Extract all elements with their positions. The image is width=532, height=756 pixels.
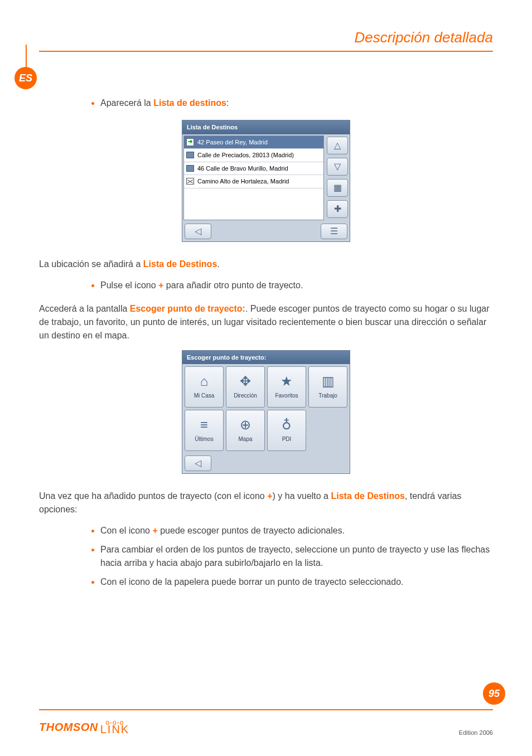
final-bullets: Con el icono + puede escoger puntos de t… (39, 524, 493, 589)
footer-rule (39, 709, 493, 710)
bold: + (152, 526, 157, 535)
target-icon: ✥ (240, 375, 251, 388)
bold: + (267, 491, 272, 501)
cell-label: Favoritos (275, 391, 298, 400)
text: Una vez que ha añadido puntos de trayect… (39, 491, 267, 501)
text: La ubicación se añadirá a (39, 259, 143, 269)
text: Con el icono (100, 526, 152, 535)
recent-icon: ≡ (200, 418, 208, 432)
text: para añadir otro punto de trayecto. (163, 280, 303, 290)
globe-icon: ⊕ (240, 418, 251, 432)
bullet-list: Pulse el icono + para añadir otro punto … (39, 279, 493, 292)
down-icon[interactable]: ▽ (327, 158, 348, 176)
bullet: Pulse el icono + para añadir otro punto … (100, 279, 493, 292)
list-item[interactable]: 46 Calle de Bravo Murillo, Madrid (184, 162, 323, 176)
paragraph: Accederá a la pantalla Escoger punto de … (39, 302, 493, 342)
page-number-badge: 95 (483, 682, 505, 705)
gps-footer: ◁ (182, 453, 350, 473)
list-label: 46 Calle de Bravo Murillo, Madrid (197, 164, 288, 173)
cell-label: PDI (282, 435, 292, 443)
destination-list: ➔ 42 Paseo del Rey, Madrid Calle de Prec… (183, 135, 324, 220)
building-icon: ▥ (322, 375, 335, 388)
cell-label: Dirección (234, 391, 257, 400)
gps-screenshot-escoger: Escoger punto de trayecto: ⌂ Mi Casa ✥ D… (182, 350, 350, 474)
crossed-icon (186, 178, 194, 185)
bullet: Para cambiar el orden de los puntos de t… (100, 543, 493, 570)
badge-connector (26, 45, 27, 68)
bold: Escoger punto de trayecto: (130, 304, 245, 313)
gps-title: Lista de Destinos (182, 120, 350, 134)
up-icon[interactable]: △ (327, 137, 348, 154)
brand-logo: THOMSON o-o-o LINK (39, 719, 129, 736)
cell-label: Mapa (238, 435, 252, 443)
text: Accederá a la pantalla (39, 304, 130, 313)
square-icon (186, 165, 194, 172)
language-badge: ES (14, 67, 37, 89)
cell-label: Trabajo (318, 391, 337, 400)
star-list-icon: ★ (280, 375, 293, 388)
plus-icon[interactable]: ✚ (327, 200, 348, 218)
text: : (226, 98, 229, 108)
grid-cell-mapa[interactable]: ⊕ Mapa (226, 410, 265, 451)
back-icon[interactable]: ◁ (185, 455, 211, 471)
text: Aparecerá la (100, 98, 153, 108)
text: puede escoger puntos de trayecto adicion… (158, 526, 345, 535)
bullet: Con el icono de la papelera puede borrar… (100, 575, 493, 589)
grid-cell-ultimos[interactable]: ≡ Últimos (185, 410, 224, 451)
brand-link: LINK (100, 723, 129, 735)
list-label: Camino Alto de Hortaleza, Madrid (197, 177, 289, 186)
edition-text: Edition 2006 (459, 729, 493, 736)
arrow-right-icon: ➔ (186, 139, 194, 146)
grid-cell-direccion[interactable]: ✥ Dirección (226, 366, 265, 408)
cell-label: Últimos (195, 435, 213, 443)
bullet: Con el icono + puede escoger puntos de t… (100, 524, 493, 537)
text: Con el icono de la papelera puede borrar… (100, 577, 403, 587)
menu-icon[interactable]: ☰ (321, 224, 347, 239)
text: . (217, 259, 219, 269)
list-item[interactable]: Calle de Preciados, 28013 (Madrid) (184, 149, 323, 162)
header-rule (39, 51, 493, 52)
section-title: Descripción detallada (39, 29, 493, 46)
poi-icon: ♁ (282, 418, 292, 432)
bold: Lista de Destinos (143, 259, 217, 269)
text: Pulse el icono (100, 280, 158, 290)
intro-bullet-list: Aparecerá la Lista de destinos: (39, 96, 493, 110)
home-icon: ⌂ (200, 375, 209, 388)
list-label: Calle de Preciados, 28013 (Madrid) (197, 151, 294, 160)
cell-label: Mi Casa (194, 391, 215, 400)
intro-bullet: Aparecerá la Lista de destinos: (100, 96, 493, 110)
bold: + (158, 280, 163, 290)
gps-footer: ◁ ☰ (182, 221, 350, 241)
grid-cell-micasa[interactable]: ⌂ Mi Casa (185, 366, 224, 408)
square-icon (186, 152, 194, 158)
text: Para cambiar el orden de los puntos de t… (100, 545, 490, 568)
bold: Lista de Destinos (331, 491, 404, 501)
gps-screenshot-destinos: Lista de Destinos ➔ 42 Paseo del Rey, Ma… (182, 120, 350, 242)
text: ) y ha vuelto a (273, 491, 331, 501)
grid-cell-trabajo[interactable]: ▥ Trabajo (308, 366, 347, 408)
side-buttons: △ ▽ ▦ ✚ (325, 134, 350, 221)
waypoint-grid: ⌂ Mi Casa ✥ Dirección ★ Favoritos ▥ Trab… (182, 364, 350, 453)
grid-cell-favoritos[interactable]: ★ Favoritos (267, 366, 306, 408)
list-item[interactable]: ➔ 42 Paseo del Rey, Madrid (184, 136, 323, 149)
paragraph: Una vez que ha añadido puntos de trayect… (39, 490, 493, 516)
bold: Lista de destinos (153, 98, 226, 108)
back-icon[interactable]: ◁ (185, 224, 211, 239)
trash-icon[interactable]: ▦ (327, 179, 348, 197)
paragraph: La ubicación se añadirá a Lista de Desti… (39, 258, 493, 271)
brand-thomson: THOMSON (39, 721, 98, 734)
list-label: 42 Paseo del Rey, Madrid (197, 138, 268, 147)
list-item[interactable]: Camino Alto de Hortaleza, Madrid (184, 175, 323, 188)
grid-cell-pdi[interactable]: ♁ PDI (267, 410, 306, 451)
gps-title: Escoger punto de trayecto: (182, 351, 350, 365)
